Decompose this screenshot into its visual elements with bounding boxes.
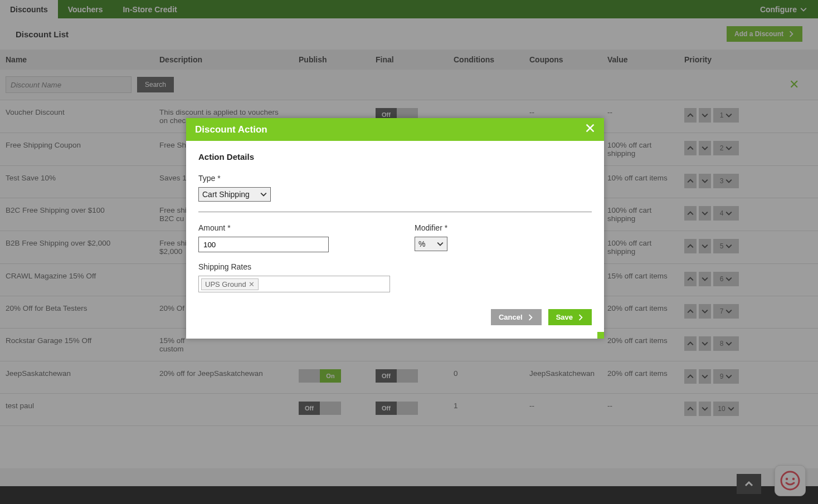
cancel-button[interactable]: Cancel (491, 309, 542, 325)
tag-remove-icon[interactable]: ✕ (249, 280, 255, 288)
modifier-label: Modifier * (415, 223, 447, 232)
type-value: Cart Shipping (202, 190, 250, 199)
discount-action-modal: Discount Action Action Details Type * Ca… (186, 118, 604, 339)
save-label: Save (556, 313, 573, 321)
shipping-rate-tag: UPS Ground ✕ (201, 278, 259, 290)
modifier-value: % (418, 239, 425, 248)
divider (198, 212, 592, 212)
type-label: Type * (198, 174, 592, 183)
shipping-rates-input[interactable]: UPS Ground ✕ (198, 276, 390, 292)
modifier-select[interactable]: % (415, 237, 447, 251)
modal-title: Discount Action (195, 124, 267, 135)
amount-input[interactable] (198, 237, 329, 252)
shipping-rates-label: Shipping Rates (198, 262, 592, 271)
chevron-right-icon (527, 314, 534, 321)
resize-handle[interactable] (597, 332, 604, 339)
cancel-label: Cancel (499, 313, 523, 321)
type-select[interactable]: Cart Shipping (198, 187, 271, 202)
modal-close-button[interactable] (585, 123, 595, 136)
modal-body: Action Details Type * Cart Shipping Amou… (186, 141, 604, 339)
save-button[interactable]: Save (548, 309, 592, 325)
shipping-rate-tag-label: UPS Ground (205, 280, 246, 288)
action-details-heading: Action Details (198, 152, 592, 162)
chevron-down-icon (260, 191, 267, 198)
close-icon (585, 123, 595, 133)
modal-header: Discount Action (186, 118, 604, 141)
app-root: Discounts Vouchers In-Store Credit Confi… (0, 0, 818, 426)
chevron-down-icon (437, 241, 444, 247)
amount-label: Amount * (198, 223, 399, 232)
chevron-right-icon (577, 314, 584, 321)
